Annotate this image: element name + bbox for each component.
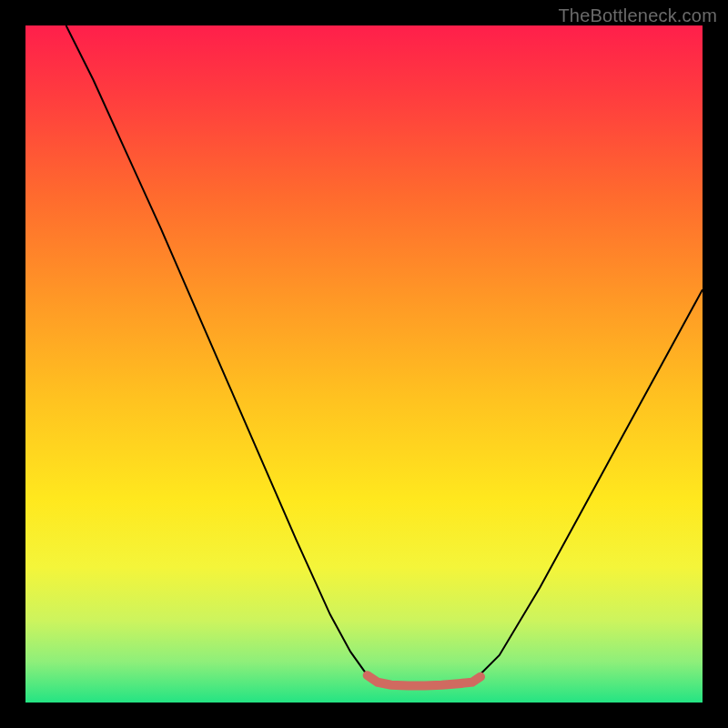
- right-branch-curve: [472, 289, 703, 682]
- bottom-marker-band: [368, 675, 480, 685]
- curve-layer: [25, 25, 703, 703]
- chart-frame: TheBottleneck.com: [0, 0, 728, 728]
- plot-area: [25, 25, 703, 703]
- left-branch-curve: [66, 25, 378, 682]
- watermark-text: TheBottleneck.com: [558, 5, 717, 26]
